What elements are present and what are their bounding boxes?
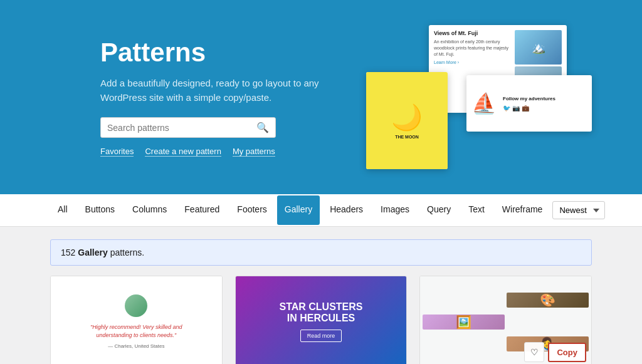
quote-avatar-wrap bbox=[125, 294, 147, 320]
my-patterns-link[interactable]: My patterns bbox=[233, 147, 275, 157]
hero-description: Add a beautifully designed, ready to go … bbox=[100, 76, 351, 105]
collage-card-ship: ⛵ Follow my adventures 🐦 📷 💼 bbox=[466, 75, 592, 132]
results-bar: 152 Gallery patterns. bbox=[50, 239, 592, 266]
create-pattern-link[interactable]: Create a new pattern bbox=[145, 147, 221, 157]
pattern-card-header: STAR CLUSTERSIN HERCULES Read more Heade… bbox=[235, 276, 408, 364]
collage-card-tarot: 🌙 THE MOON bbox=[366, 72, 448, 169]
tab-gallery[interactable]: Gallery bbox=[277, 195, 320, 225]
quote-text: "Highly recommend! Very skilled and unde… bbox=[73, 323, 199, 340]
search-button[interactable]: 🔍 bbox=[256, 122, 269, 133]
tab-query[interactable]: Query bbox=[419, 195, 458, 225]
hero-collage: Views of Mt. Fuji An exhibition of early… bbox=[354, 25, 592, 169]
pattern-preview-quote: "Highly recommend! Very skilled and unde… bbox=[51, 276, 222, 364]
tab-footers[interactable]: Footers bbox=[229, 195, 274, 225]
tab-wireframe[interactable]: Wireframe bbox=[495, 195, 550, 225]
tab-buttons[interactable]: Buttons bbox=[78, 195, 122, 225]
hover-actions: ♡ Copy bbox=[524, 342, 586, 362]
header-preview-readmore[interactable]: Read more bbox=[300, 330, 342, 342]
hero-links: Favorites Create a new pattern My patter… bbox=[100, 147, 351, 157]
header-preview-title: STAR CLUSTERSIN HERCULES bbox=[279, 301, 362, 323]
pattern-grid: "Highly recommend! Very skilled and unde… bbox=[50, 276, 592, 364]
copy-button[interactable]: Copy bbox=[548, 343, 586, 362]
tab-images[interactable]: Images bbox=[373, 195, 417, 225]
hero-section: Patterns Add a beautifully designed, rea… bbox=[0, 0, 642, 194]
tab-all[interactable]: All bbox=[50, 195, 75, 225]
hero-title: Patterns bbox=[100, 38, 351, 68]
tab-text[interactable]: Text bbox=[461, 195, 492, 225]
quote-avatar bbox=[125, 294, 147, 317]
category-nav: All Buttons Columns Featured Footers Gal… bbox=[0, 194, 642, 227]
results-suffix: patterns. bbox=[110, 247, 144, 257]
tab-headers[interactable]: Headers bbox=[322, 195, 371, 225]
results-count: 152 bbox=[61, 247, 75, 257]
tarot-inner: 🌙 THE MOON bbox=[366, 72, 448, 169]
tab-featured[interactable]: Featured bbox=[177, 195, 227, 225]
heart-button[interactable]: ♡ bbox=[524, 342, 544, 362]
tab-columns[interactable]: Columns bbox=[125, 195, 174, 225]
search-input[interactable] bbox=[107, 123, 256, 133]
pattern-preview-header: STAR CLUSTERSIN HERCULES Read more bbox=[236, 276, 407, 364]
quote-author: — Charles, United States bbox=[108, 343, 164, 349]
masonry-image-1: 🖼️ bbox=[423, 315, 505, 330]
pattern-card-quote: "Highly recommend! Very skilled and unde… bbox=[50, 276, 223, 364]
header-preview-inner: STAR CLUSTERSIN HERCULES Read more bbox=[279, 301, 362, 342]
pattern-preview-masonry: 🖼️ 🎨 👩‍🎨 ♡ Copy bbox=[420, 276, 591, 364]
hero-content: Patterns Add a beautifully designed, rea… bbox=[100, 38, 351, 157]
search-container: 🔍 bbox=[100, 117, 276, 138]
sort-select[interactable]: Newest Oldest bbox=[552, 201, 605, 219]
favorites-link[interactable]: Favorites bbox=[100, 147, 134, 157]
masonry-image-2: 🎨 bbox=[507, 293, 589, 308]
pattern-card-masonry: 🖼️ 🎨 👩‍🎨 ♡ Copy Image Masonry Maharshi 1 bbox=[419, 276, 592, 364]
results-category: Gallery bbox=[78, 247, 107, 257]
